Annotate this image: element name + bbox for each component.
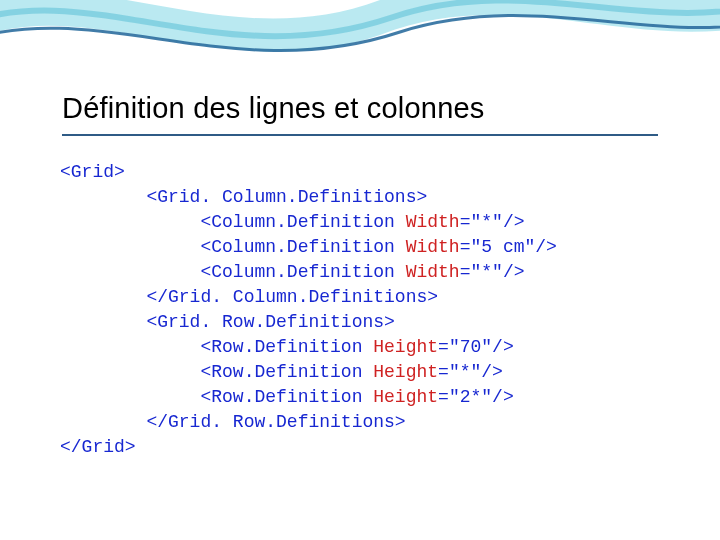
code-line: ="5 cm"/> bbox=[460, 237, 557, 257]
code-line: <Row.Definition bbox=[60, 387, 373, 407]
title-underline bbox=[62, 134, 658, 136]
code-line: <Grid. Row.Definitions> bbox=[60, 312, 395, 332]
code-line: <Column.Definition bbox=[60, 262, 406, 282]
code-attr: Height bbox=[373, 337, 438, 357]
code-line: ="*"/> bbox=[460, 212, 525, 232]
xaml-code-block: <Grid> <Grid. Column.Definitions> <Colum… bbox=[60, 160, 557, 460]
code-line: ="*"/> bbox=[438, 362, 503, 382]
code-line: <Row.Definition bbox=[60, 362, 373, 382]
code-line: ="70"/> bbox=[438, 337, 514, 357]
code-line: </Grid. Row.Definitions> bbox=[60, 412, 406, 432]
code-line: <Grid. Column.Definitions> bbox=[60, 187, 427, 207]
code-line: <Row.Definition bbox=[60, 337, 373, 357]
code-line: ="*"/> bbox=[460, 262, 525, 282]
code-line: <Grid> bbox=[60, 162, 125, 182]
code-line: <Column.Definition bbox=[60, 237, 406, 257]
code-line: </Grid. Column.Definitions> bbox=[60, 287, 438, 307]
code-attr: Height bbox=[373, 387, 438, 407]
slide-title: Définition des lignes et colonnes bbox=[62, 92, 485, 125]
code-line: </Grid> bbox=[60, 437, 136, 457]
code-attr: Width bbox=[406, 237, 460, 257]
code-attr: Width bbox=[406, 262, 460, 282]
code-line: ="2*"/> bbox=[438, 387, 514, 407]
code-attr: Height bbox=[373, 362, 438, 382]
code-line: <Column.Definition bbox=[60, 212, 406, 232]
code-attr: Width bbox=[406, 212, 460, 232]
